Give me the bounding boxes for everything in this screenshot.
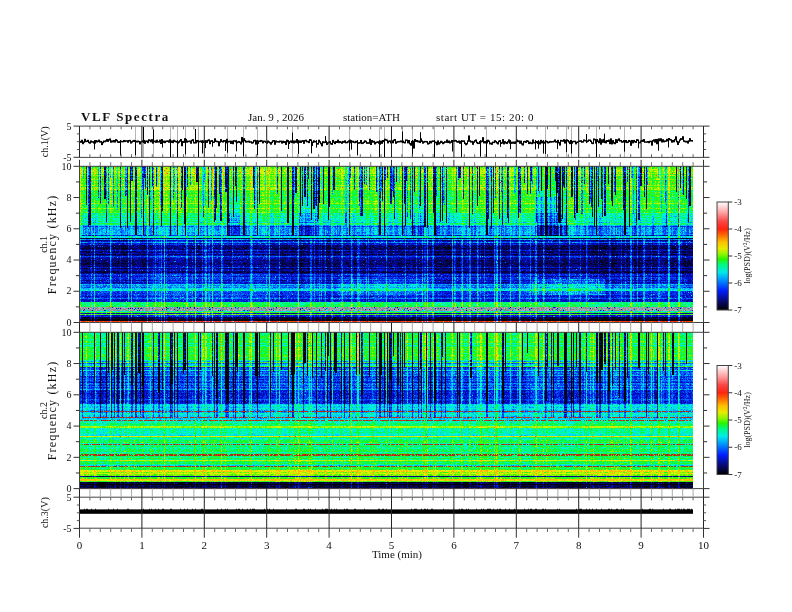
svg-text:log(PSD)(V2/Hz): log(PSD)(V2/Hz) xyxy=(742,228,752,284)
svg-text:6: 6 xyxy=(451,539,457,551)
svg-text:-4: -4 xyxy=(734,224,742,234)
svg-text:2: 2 xyxy=(67,285,72,296)
svg-text:0: 0 xyxy=(77,539,83,551)
svg-text:10: 10 xyxy=(62,161,72,172)
svg-text:Frequency (kHz): Frequency (kHz) xyxy=(45,361,59,461)
svg-text:0: 0 xyxy=(67,317,72,328)
svg-text:ch.3(V): ch.3(V) xyxy=(39,497,51,528)
svg-text:7: 7 xyxy=(514,539,520,551)
svg-text:log(PSD)(V2/Hz): log(PSD)(V2/Hz) xyxy=(742,392,752,448)
svg-text:5: 5 xyxy=(67,121,72,132)
svg-text:ch.1(V): ch.1(V) xyxy=(39,126,51,157)
svg-text:2: 2 xyxy=(67,452,72,463)
svg-text:4: 4 xyxy=(326,539,332,551)
svg-text:3: 3 xyxy=(264,539,270,551)
svg-text:10: 10 xyxy=(62,327,72,338)
svg-text:8: 8 xyxy=(67,358,72,369)
svg-text:6: 6 xyxy=(67,223,72,234)
svg-text:-5: -5 xyxy=(63,523,71,534)
svg-text:-5: -5 xyxy=(734,415,742,425)
svg-text:Frequency (kHz): Frequency (kHz) xyxy=(45,195,59,295)
svg-text:10: 10 xyxy=(698,539,710,551)
svg-text:-3: -3 xyxy=(734,197,742,207)
svg-text:2: 2 xyxy=(202,539,208,551)
svg-text:start UT = 15: 20: 0: start UT = 15: 20: 0 xyxy=(436,111,534,123)
svg-text:-3: -3 xyxy=(734,361,742,371)
svg-text:8: 8 xyxy=(67,192,72,203)
svg-text:-7: -7 xyxy=(734,470,742,480)
svg-text:station=ATH: station=ATH xyxy=(343,111,400,123)
svg-text:Jan. 9 , 2026: Jan. 9 , 2026 xyxy=(248,111,304,123)
svg-text:-6: -6 xyxy=(734,278,742,288)
svg-text:0: 0 xyxy=(67,483,72,494)
svg-text:1: 1 xyxy=(139,539,145,551)
svg-text:VLF Spectra: VLF Spectra xyxy=(81,109,170,124)
svg-text:4: 4 xyxy=(67,254,72,265)
svg-text:9: 9 xyxy=(638,539,644,551)
svg-text:8: 8 xyxy=(576,539,582,551)
svg-text:-7: -7 xyxy=(734,305,742,315)
svg-text:-6: -6 xyxy=(734,442,742,452)
svg-text:6: 6 xyxy=(67,389,72,400)
svg-text:Time (min): Time (min) xyxy=(372,548,422,561)
svg-text:-5: -5 xyxy=(734,251,742,261)
svg-text:4: 4 xyxy=(67,420,72,431)
svg-text:-4: -4 xyxy=(734,388,742,398)
